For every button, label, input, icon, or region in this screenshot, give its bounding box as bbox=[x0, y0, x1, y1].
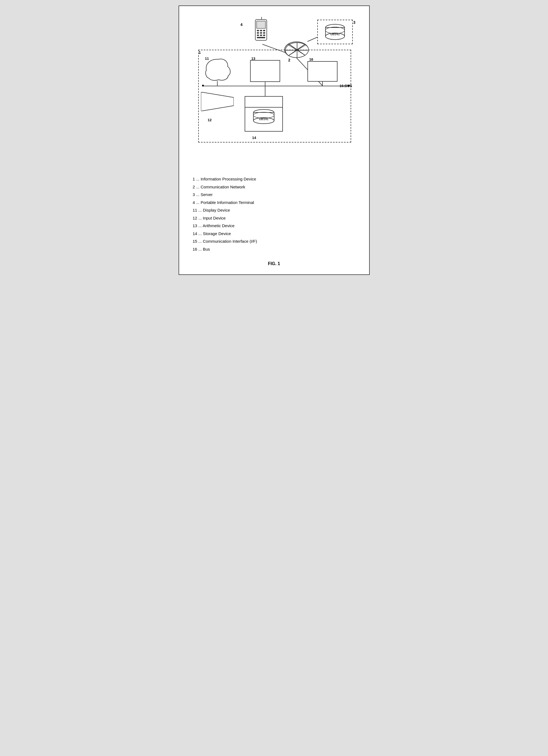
legend-item-14: 14 ... Storage Device bbox=[193, 230, 356, 238]
svg-rect-10 bbox=[257, 30, 259, 31]
legend-item-16: 16 ... Bus bbox=[193, 245, 356, 253]
page: 4 bbox=[179, 5, 370, 275]
svg-text:DB141: DB141 bbox=[259, 117, 268, 121]
label-4: 4 bbox=[241, 22, 243, 27]
legend-item-4: 4 ... Portable Information Terminal bbox=[193, 199, 356, 207]
label-14: 14 bbox=[252, 136, 256, 140]
svg-rect-15 bbox=[263, 32, 265, 34]
label-1: 1 bbox=[199, 50, 201, 55]
label-11: 11 bbox=[205, 57, 209, 61]
legend-item-15: 15 ... Communication Interface (I/F) bbox=[193, 238, 356, 245]
svg-rect-11 bbox=[260, 30, 262, 31]
label-3: 3 bbox=[353, 20, 356, 25]
legend-item-1: 1 ... Information Processing Device bbox=[193, 175, 356, 183]
server-db-icon: DB141 bbox=[323, 24, 347, 40]
label-13: 13 bbox=[251, 57, 255, 61]
svg-rect-16 bbox=[257, 35, 259, 36]
svg-rect-17 bbox=[260, 35, 262, 36]
storage-db-icon: DB141 bbox=[250, 109, 277, 128]
arithmetic-device-icon bbox=[250, 60, 280, 82]
label-12: 12 bbox=[208, 118, 212, 122]
legend-item-3: 3 ... Server bbox=[193, 191, 356, 199]
input-device-icon bbox=[201, 92, 234, 111]
svg-rect-12 bbox=[263, 30, 265, 31]
svg-rect-18 bbox=[263, 35, 265, 36]
svg-text:DB141: DB141 bbox=[330, 32, 339, 36]
bus-line bbox=[204, 86, 348, 86]
server-db-box: DB141 bbox=[317, 20, 353, 44]
display-device-icon bbox=[204, 58, 231, 81]
diagram-area: 4 bbox=[187, 14, 361, 167]
legend: 1 ... Information Processing Device 2 ..… bbox=[187, 173, 361, 256]
storage-device-box: DB141 bbox=[245, 96, 283, 132]
legend-item-11: 11 ... Display Device bbox=[193, 206, 356, 214]
svg-rect-9 bbox=[256, 21, 265, 28]
legend-item-2: 2 ... Communication Network bbox=[193, 183, 356, 191]
svg-rect-13 bbox=[257, 32, 259, 34]
svg-marker-30 bbox=[201, 92, 234, 111]
legend-item-12: 12 ... Input Device bbox=[193, 214, 356, 222]
phone-icon bbox=[253, 17, 269, 44]
figure-caption: FIG. 1 bbox=[187, 261, 361, 266]
legend-item-13: 13 ... Arithmetic Device bbox=[193, 222, 356, 230]
label-16: 16 bbox=[309, 57, 313, 61]
svg-rect-19 bbox=[257, 37, 265, 38]
svg-rect-14 bbox=[260, 32, 262, 34]
bus-box bbox=[307, 61, 337, 82]
